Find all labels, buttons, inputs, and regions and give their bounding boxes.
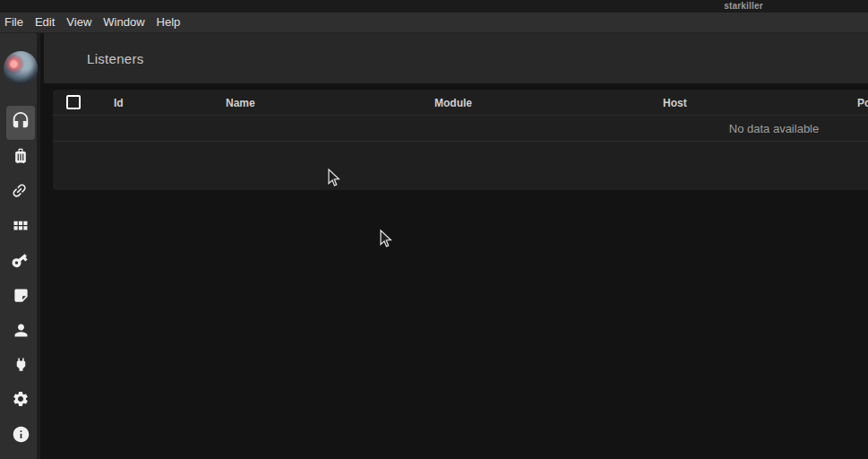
sidebar-item-settings[interactable] xyxy=(6,384,35,418)
sidebar-nav xyxy=(0,33,40,459)
sidebar-item-credentials[interactable] xyxy=(6,245,35,279)
sidebar-item-users[interactable] xyxy=(6,315,35,349)
window-title: starkiller xyxy=(724,1,763,11)
sidebar-item-listeners[interactable] xyxy=(6,106,35,140)
starkiller-logo xyxy=(4,51,38,85)
grid-icon xyxy=(12,216,30,238)
starkiller-window: { "window": { "title": "starkiller" }, "… xyxy=(0,0,868,459)
column-header-port[interactable]: Port xyxy=(857,97,868,109)
select-all-checkbox[interactable] xyxy=(66,95,81,109)
menu-window[interactable]: Window xyxy=(103,13,144,32)
sidebar-item-about[interactable] xyxy=(6,419,35,453)
page-title: Listeners xyxy=(87,51,144,66)
briefcase-icon xyxy=(12,147,30,169)
menu-help[interactable]: Help xyxy=(157,13,181,32)
sidebar-item-reporting[interactable] xyxy=(6,280,35,314)
sidebar-item-agents[interactable] xyxy=(6,175,35,209)
os-titlebar: starkiller xyxy=(0,0,868,13)
link-icon xyxy=(6,178,34,205)
sidebar-item-modules[interactable] xyxy=(6,210,35,244)
listeners-table: Id Name Module Host Port No data availab… xyxy=(53,90,868,190)
menu-bar: File Edit View Window Help xyxy=(0,13,868,33)
column-header-host[interactable]: Host xyxy=(663,97,687,109)
column-header-id[interactable]: Id xyxy=(114,97,124,109)
sidebar-item-plugins[interactable] xyxy=(6,349,35,383)
key-icon xyxy=(7,247,35,275)
empty-state-row: No data available xyxy=(53,116,868,141)
headset-icon xyxy=(11,111,30,134)
info-icon xyxy=(12,425,30,447)
menu-view[interactable]: View xyxy=(66,13,91,32)
note-icon xyxy=(13,287,30,307)
menu-file[interactable]: File xyxy=(4,13,23,32)
empty-state-message: No data available xyxy=(729,122,819,135)
person-icon xyxy=(12,321,30,343)
column-header-module[interactable]: Module xyxy=(434,97,472,109)
gear-icon xyxy=(12,390,30,411)
sidebar-item-stagers[interactable] xyxy=(6,141,35,175)
plug-icon xyxy=(13,356,30,377)
table-header-row: Id Name Module Host Port xyxy=(53,90,868,115)
row-divider xyxy=(53,141,868,142)
menu-edit[interactable]: Edit xyxy=(35,13,55,32)
column-header-name[interactable]: Name xyxy=(226,97,255,109)
page-toolbar: Listeners xyxy=(44,33,868,83)
